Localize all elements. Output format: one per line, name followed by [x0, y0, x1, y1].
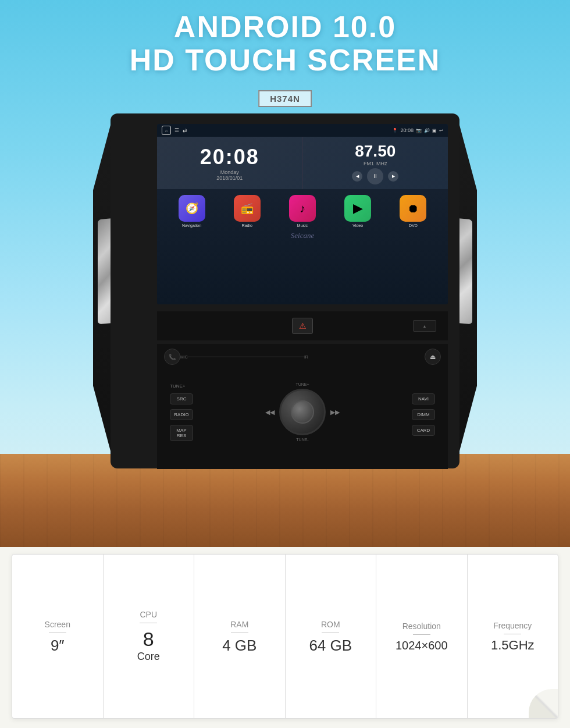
screen-area: ⌂ ☰ ⇄ 📍 20:08 📷 🔊 ▣ ↩: [157, 124, 448, 304]
video-label: Video: [352, 223, 363, 228]
spec-ram-label: RAM: [230, 620, 248, 629]
spec-rom-label: ROM: [321, 620, 340, 629]
status-left: ⌂ ☰ ⇄: [162, 126, 187, 135]
status-screen-icon: ▣: [432, 128, 437, 133]
spec-rom: ROM 64 GB: [286, 555, 377, 718]
spec-frequency-divider: [504, 634, 521, 635]
map-res-button[interactable]: MAP RES: [170, 425, 193, 441]
app-dvd[interactable]: ⏺ DVD: [400, 195, 426, 228]
spec-cpu-label: CPU: [140, 610, 157, 619]
spec-resolution-divider: [413, 634, 430, 635]
hazard-button[interactable]: ⚠: [292, 318, 313, 334]
spec-rom-divider: [322, 633, 339, 634]
spec-cpu: CPU 8 Core: [104, 555, 195, 718]
dial-prev-arrow: ◀◀: [265, 409, 275, 416]
main-control-row: TUNE+ SRC RADIO MAP RES TUNE+ ◀◀: [164, 368, 441, 456]
radio-section: 87.50 FM1 MHz ◀ ⏸ ▶: [303, 137, 448, 189]
left-buttons: TUNE+ SRC RADIO MAP RES: [170, 383, 193, 441]
model-badge: H374N: [258, 90, 312, 107]
status-icon-menu: ☰: [174, 127, 179, 133]
radio-play-btn[interactable]: ⏸: [367, 168, 383, 184]
video-icon-box: ▶: [344, 195, 371, 222]
button-panel: 📞 MIC IR ⏏ TUNE+: [157, 344, 448, 469]
status-right: 📍 20:08 📷 🔊 ▣ ↩: [392, 127, 443, 133]
app-radio[interactable]: 📻 Radio: [234, 195, 261, 228]
housing-body: ⌂ ☰ ⇄ 📍 20:08 📷 🔊 ▣ ↩: [111, 113, 459, 468]
spec-frequency: Frequency 1.5GHz: [468, 555, 558, 718]
radio-next-btn[interactable]: ▶: [388, 171, 398, 182]
app-video[interactable]: ▶ Video: [344, 195, 371, 228]
app-music[interactable]: ♪ Music: [289, 195, 316, 228]
spec-ram: RAM 4 GB: [194, 555, 286, 718]
tune-minus-indicator: TUNE-: [296, 438, 308, 442]
radio-prev-btn[interactable]: ◀: [352, 171, 362, 182]
brand-watermark: Seicane: [157, 230, 448, 242]
screen-content: ⌂ ☰ ⇄ 📍 20:08 📷 🔊 ▣ ↩: [157, 124, 448, 304]
status-vol-icon: 🔊: [424, 128, 430, 133]
radio-frequency: 87.50: [355, 142, 396, 161]
hazard-area: ⚠ ▲: [157, 311, 448, 340]
dvd-icon-box: ⏺: [400, 195, 426, 222]
tune-plus-label: TUNE+: [170, 383, 193, 389]
spec-screen-label: Screen: [45, 620, 70, 629]
title-line1: ANDROID 10.0: [0, 10, 570, 44]
status-back-icon: ↩: [439, 128, 443, 133]
navigation-icon-box: 🧭: [179, 195, 205, 222]
clock-section: 20:08 Monday 2018/01/01: [157, 137, 303, 189]
status-location-icon: 📍: [392, 128, 398, 133]
radio-info: FM1 MHz: [364, 161, 387, 166]
spec-screen: Screen 9″: [12, 555, 104, 718]
spec-screen-value: 9″: [51, 638, 65, 653]
dvd-label: DVD: [409, 223, 418, 228]
card-button[interactable]: CARD: [412, 425, 435, 436]
dimm-button[interactable]: DIMM: [412, 409, 435, 420]
app-icons-row: 🧭 Navigation 📻 Radio ♪ Music ▶: [157, 189, 448, 230]
app-navigation[interactable]: 🧭 Navigation: [179, 195, 205, 228]
status-cam-icon: 📷: [416, 128, 422, 133]
navigation-label: Navigation: [182, 223, 201, 228]
spec-resolution-label: Resolution: [402, 622, 441, 631]
spec-resolution-value: 1024×600: [396, 640, 448, 651]
spec-screen-divider: [49, 633, 66, 634]
radio-label: Radio: [242, 223, 252, 228]
spec-resolution: Resolution 1024×600: [376, 555, 468, 718]
radio-icon-box: 📻: [234, 195, 261, 222]
specs-section: Screen 9″ CPU 8 Core RAM 4 GB ROM 64 GB …: [12, 554, 558, 719]
tune-plus-indicator: TUNE+: [295, 382, 309, 386]
spec-cpu-value: 8: [143, 628, 154, 651]
dial-section: TUNE+ ◀◀ ▶▶ TUNE-: [193, 382, 412, 442]
spec-frequency-value: 1.5GHz: [491, 639, 535, 652]
clock-radio-area: 20:08 Monday 2018/01/01 87.50 FM1 MHz: [157, 137, 448, 189]
radio-fm: FM1: [364, 161, 374, 166]
spec-ram-value: 4 GB: [222, 638, 256, 653]
stereo-housing: ⌂ ☰ ⇄ 📍 20:08 📷 🔊 ▣ ↩: [93, 108, 477, 480]
navi-button[interactable]: NAVI: [412, 393, 435, 404]
spec-rom-value: 64 GB: [309, 638, 352, 653]
title-area: ANDROID 10.0 HD TOUCH SCREEN: [0, 10, 570, 77]
ir-label: IR: [304, 355, 308, 359]
back-button[interactable]: ⏏: [425, 349, 441, 365]
hazard-icon: ⚠: [299, 321, 307, 331]
status-bar: ⌂ ☰ ⇄ 📍 20:08 📷 🔊 ▣ ↩: [157, 124, 448, 137]
spec-ram-divider: [231, 633, 248, 634]
top-btn-row: 📞 MIC IR ⏏: [164, 349, 441, 365]
music-icon-box: ♪: [289, 195, 316, 222]
dial-next-arrow: ▶▶: [330, 409, 340, 416]
radio-button[interactable]: RADIO: [170, 409, 193, 420]
src-button[interactable]: SRC: [170, 393, 193, 404]
eject-slot: ▲: [413, 320, 436, 332]
status-icon-wifi: ⇄: [183, 127, 187, 133]
clock-date: Monday 2018/01/01: [216, 169, 243, 181]
radio-controls: ◀ ⏸ ▶: [352, 168, 398, 184]
spec-cpu-divider: [140, 623, 157, 624]
home-button[interactable]: ⌂: [162, 126, 171, 135]
spec-frequency-label: Frequency: [493, 621, 532, 630]
phone-button[interactable]: 📞: [164, 349, 180, 365]
spec-cpu-sub: Core: [137, 651, 160, 663]
title-line2: HD TOUCH SCREEN: [0, 44, 570, 77]
device-container: ⌂ ☰ ⇄ 📍 20:08 📷 🔊 ▣ ↩: [93, 108, 477, 492]
right-buttons: NAVI DIMM CARD: [412, 389, 435, 436]
dial-inner: [291, 400, 314, 424]
status-time: 20:08: [400, 127, 414, 133]
dial-knob[interactable]: [279, 389, 326, 435]
